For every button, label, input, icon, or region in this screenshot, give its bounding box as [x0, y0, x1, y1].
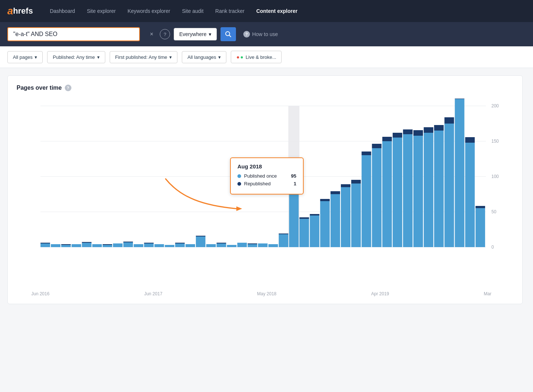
svg-rect-13	[40, 243, 50, 247]
svg-rect-59	[341, 184, 350, 187]
all-pages-chevron: ▾	[35, 54, 37, 60]
tooltip-republished-row: Republished 1	[237, 181, 296, 186]
search-help-button[interactable]: ?	[160, 29, 170, 39]
x-label-may2018: May 2018	[257, 291, 276, 296]
svg-rect-38	[216, 243, 226, 247]
chevron-down-icon: ▾	[209, 31, 211, 37]
search-go-button[interactable]	[220, 27, 236, 41]
svg-rect-85	[476, 206, 485, 208]
svg-rect-70	[403, 134, 413, 247]
all-pages-filter[interactable]: All pages ▾	[7, 51, 43, 63]
nav-item-dashboard[interactable]: Dashboard	[44, 0, 81, 22]
svg-rect-37	[206, 244, 216, 247]
svg-rect-20	[82, 242, 92, 243]
search-controls: × ?	[147, 29, 170, 39]
svg-rect-15	[51, 244, 60, 247]
first-published-filter[interactable]: First published: Any time ▾	[110, 51, 178, 63]
svg-rect-36	[196, 236, 205, 236]
svg-rect-40	[227, 245, 237, 247]
svg-rect-47	[279, 234, 288, 234]
svg-rect-81	[455, 99, 465, 99]
svg-rect-41	[237, 243, 247, 247]
svg-rect-74	[424, 133, 433, 247]
published-dot-icon	[237, 174, 241, 178]
nav-item-site-audit[interactable]: Site audit	[176, 0, 209, 22]
nav-item-site-explorer[interactable]: Site explorer	[81, 0, 122, 22]
svg-rect-27	[134, 244, 143, 247]
svg-rect-60	[351, 183, 361, 247]
svg-rect-79	[444, 117, 454, 124]
svg-rect-18	[71, 244, 81, 247]
published-chevron: ▾	[97, 54, 100, 60]
search-icon	[225, 31, 232, 38]
svg-rect-14	[40, 243, 50, 243]
svg-rect-33	[175, 243, 185, 243]
svg-rect-82	[465, 143, 475, 247]
svg-rect-84	[476, 208, 485, 247]
svg-rect-34	[186, 244, 195, 247]
first-published-label: First published: Any time	[115, 54, 167, 60]
svg-line-1	[229, 35, 231, 37]
svg-rect-75	[424, 127, 433, 133]
svg-rect-73	[413, 130, 423, 136]
svg-rect-44	[258, 243, 268, 247]
main-content: Pages over time ? 200 150 100 50 0	[0, 68, 533, 311]
svg-rect-39	[216, 243, 226, 243]
help-icon: ?	[243, 31, 250, 38]
live-broken-filter[interactable]: ●● Live & broke...	[231, 51, 282, 63]
nav-item-content-explorer[interactable]: Content explorer	[250, 0, 303, 22]
nav-item-rank-tracker[interactable]: Rank tracker	[209, 0, 250, 22]
tooltip-republished-label: Republished	[244, 181, 291, 186]
clear-button[interactable]: ×	[147, 29, 157, 39]
published-label: Published: Any time	[53, 54, 95, 60]
all-languages-label: All languages	[187, 54, 216, 60]
svg-rect-43	[248, 243, 257, 244]
tooltip-published-label: Published once	[244, 173, 288, 179]
svg-rect-29	[144, 243, 153, 243]
location-dropdown[interactable]: Everywhere ▾	[174, 28, 217, 40]
svg-rect-64	[372, 148, 381, 247]
logo-hrefs: hrefs	[13, 7, 33, 15]
svg-rect-55	[320, 199, 330, 201]
x-label-jun2017: Jun 2017	[144, 291, 162, 296]
nav-items: Dashboard Site explorer Keywords explore…	[44, 0, 526, 22]
republished-dot-icon	[237, 182, 241, 186]
svg-rect-61	[351, 180, 361, 183]
svg-rect-80	[455, 99, 465, 247]
svg-rect-30	[155, 244, 164, 247]
first-published-chevron: ▾	[169, 54, 172, 60]
svg-rect-83	[465, 137, 475, 143]
svg-text:200: 200	[491, 103, 499, 108]
svg-rect-16	[61, 245, 71, 247]
navbar: ahrefs Dashboard Site explorer Keywords …	[0, 0, 533, 22]
published-filter[interactable]: Published: Any time ▾	[47, 51, 105, 63]
chart-area: 200 150 100 50 0 Aug 2018 Published once	[17, 99, 513, 290]
x-label-mar: Mar	[484, 291, 491, 296]
svg-rect-76	[434, 131, 444, 247]
search-input[interactable]	[13, 31, 124, 38]
all-languages-chevron: ▾	[218, 54, 221, 60]
tooltip-published-row: Published once 95	[237, 173, 296, 179]
svg-rect-17	[61, 244, 71, 245]
tooltip-title: Aug 2018	[237, 163, 296, 170]
how-to-use-label: How to use	[252, 31, 278, 37]
filters-row: All pages ▾ Published: Any time ▾ First …	[0, 46, 533, 68]
live-broken-label: Live & broke...	[246, 54, 276, 60]
chart-help-icon[interactable]: ?	[65, 85, 71, 91]
svg-rect-77	[434, 125, 444, 131]
svg-rect-31	[165, 245, 174, 247]
search-input-wrapper	[7, 27, 140, 41]
svg-rect-62	[361, 155, 371, 247]
logo[interactable]: ahrefs	[7, 6, 33, 16]
chart-title: Pages over time	[17, 85, 62, 91]
svg-rect-53	[310, 214, 320, 215]
live-broken-icon: ●●	[236, 54, 243, 60]
all-pages-label: All pages	[13, 54, 32, 60]
all-languages-filter[interactable]: All languages ▾	[182, 51, 226, 63]
how-to-use-link[interactable]: ? How to use	[243, 31, 278, 38]
svg-rect-51	[299, 217, 309, 219]
svg-rect-57	[331, 191, 340, 194]
location-label: Everywhere	[179, 31, 207, 37]
x-label-apr2019: Apr 2019	[371, 291, 389, 296]
nav-item-keywords-explorer[interactable]: Keywords explorer	[121, 0, 176, 22]
